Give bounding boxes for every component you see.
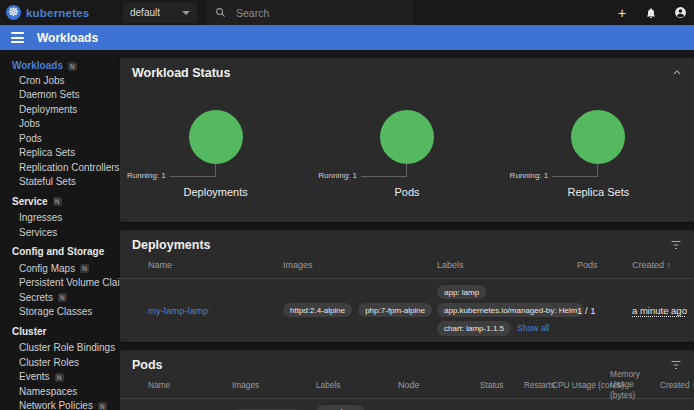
column-header-cpu-usage[interactable]: CPU Usage (cores) <box>552 380 610 390</box>
filter-button[interactable] <box>670 360 682 370</box>
deployment-name-link[interactable]: my-lamp-lamp <box>148 305 208 316</box>
namespaced-badge: N <box>68 62 77 71</box>
pods-ratio: 1 / 1 <box>577 305 632 316</box>
show-all-labels-link[interactable]: Show all <box>517 323 549 333</box>
image-chip: httpd:2.4-alpine <box>283 303 352 317</box>
column-header-images[interactable]: Images <box>283 260 437 270</box>
sidebar-item-storage-classes[interactable]: Storage Classes <box>0 305 108 320</box>
pod-row: my-lamp-lamp-5fd985cf68-jwvz4 httpd:2.4-… <box>120 399 694 410</box>
replica-sets-pie-chart: Running: 1 Replica Sets <box>503 110 694 198</box>
sidebar-item-pods[interactable]: Pods <box>0 132 108 147</box>
sidebar-section-cluster[interactable]: Cluster <box>0 325 108 340</box>
label-chip: app.kubernetes.io/managed-by: Helm <box>437 303 584 317</box>
sidebar-item-namespaces[interactable]: Namespaces <box>0 385 108 400</box>
plus-icon: + <box>618 6 626 20</box>
chart-title: Deployments <box>184 186 248 198</box>
sidebar-item-service[interactable]: ServiceN <box>0 195 108 210</box>
pie-running-segment <box>189 110 243 164</box>
kubernetes-logo[interactable]: ☸ kubernetes <box>6 5 89 20</box>
pods-pie-chart: Running: 1 Pods <box>311 110 502 198</box>
sidebar-nav: WorkloadsN Cron Jobs Daemon Sets Deploym… <box>0 50 108 410</box>
column-header-name[interactable]: Name <box>148 380 232 390</box>
workload-status-charts: Running: 1 Deployments Running: 1 Pods R… <box>120 110 694 198</box>
column-header-pods[interactable]: Pods <box>577 260 632 270</box>
filter-icon <box>670 360 682 370</box>
sidebar-item-secrets[interactable]: SecretsN <box>0 291 108 306</box>
sidebar-item-cluster-roles[interactable]: Cluster Roles <box>0 356 108 371</box>
column-header-name[interactable]: Name <box>148 260 283 270</box>
sidebar-item-replication-controllers[interactable]: Replication Controllers <box>0 161 108 176</box>
filter-icon <box>670 240 682 250</box>
main-content: Workload Status Running: 1 Deployments R… <box>108 50 694 410</box>
filter-button[interactable] <box>670 240 682 250</box>
column-header-labels[interactable]: Labels <box>437 260 577 270</box>
sidebar-item-network-policies[interactable]: Network PoliciesN <box>0 399 108 410</box>
helm-wheel-icon: ☸ <box>6 5 21 20</box>
column-header-restarts[interactable]: Restarts <box>524 380 552 390</box>
deployments-card-title: Deployments <box>132 238 211 252</box>
search-icon <box>215 7 226 18</box>
deployment-row: my-lamp-lamp httpd:2.4-alpine php:7-fpm-… <box>120 279 694 342</box>
sidebar-item-config-maps[interactable]: Config MapsN <box>0 262 108 277</box>
pie-legend: Running: 1 <box>127 171 166 180</box>
user-menu-button[interactable] <box>672 5 688 21</box>
pods-card: Pods Name Images Labels Node Status Rest… <box>120 350 694 410</box>
label-chip: app: lamp <box>316 405 365 410</box>
column-header-images[interactable]: Images <box>232 380 316 390</box>
pie-label-connector: Running: 1 <box>361 164 407 177</box>
namespaced-badge: N <box>98 402 107 410</box>
sidebar-item-daemon-sets[interactable]: Daemon Sets <box>0 88 108 103</box>
namespaced-badge: N <box>58 293 67 302</box>
pie-running-segment <box>380 110 434 164</box>
workload-status-card: Workload Status Running: 1 Deployments R… <box>120 58 694 222</box>
column-header-created[interactable]: Created ↑ <box>660 380 684 390</box>
column-header-status[interactable]: Status <box>480 380 524 390</box>
sidebar-item-persistent-volume-claims[interactable]: Persistent Volume ClaimsN <box>0 276 108 291</box>
page-title: Workloads <box>37 31 98 45</box>
top-bar: ☸ kubernetes default + <box>0 0 694 25</box>
chart-title: Pods <box>394 186 419 198</box>
sidebar-item-workloads[interactable]: WorkloadsN <box>0 59 108 74</box>
create-resource-button[interactable]: + <box>614 5 630 21</box>
pie-running-segment <box>571 110 625 164</box>
search-input[interactable] <box>236 7 386 19</box>
sidebar-item-services[interactable]: Services <box>0 226 108 241</box>
chart-title: Replica Sets <box>567 186 629 198</box>
column-header-created[interactable]: Created ↑ <box>632 260 684 270</box>
namespaced-badge: N <box>55 373 64 382</box>
notifications-button[interactable] <box>643 5 659 21</box>
sidebar-item-stateful-sets[interactable]: Stateful Sets <box>0 175 108 190</box>
collapse-card-button[interactable] <box>672 68 682 78</box>
column-header-memory-usage[interactable]: Memory Usage (bytes) <box>610 369 660 400</box>
deployments-pie-chart: Running: 1 Deployments <box>120 110 311 198</box>
namespaced-badge: N <box>53 197 62 206</box>
pie-legend: Running: 1 <box>510 171 549 180</box>
sidebar-item-ingresses[interactable]: Ingresses <box>0 211 108 226</box>
sidebar-item-replica-sets[interactable]: Replica Sets <box>0 146 108 161</box>
workload-status-title: Workload Status <box>132 66 230 80</box>
pie-label-connector: Running: 1 <box>170 164 216 177</box>
namespace-selector[interactable]: default <box>123 2 197 23</box>
sidebar-item-jobs[interactable]: Jobs <box>0 117 108 132</box>
chevron-up-icon <box>672 68 682 78</box>
pods-table-header: Name Images Labels Node Status Restarts … <box>120 372 694 399</box>
created-timestamp[interactable]: a minute ago <box>632 305 687 316</box>
label-chip: app: lamp <box>437 285 486 299</box>
chevron-down-icon <box>182 11 190 15</box>
topbar-actions: + <box>614 0 688 25</box>
sidebar-item-deployments[interactable]: Deployments <box>0 103 108 118</box>
sidebar-item-events[interactable]: EventsN <box>0 370 108 385</box>
image-chip: php:7-fpm-alpine <box>358 303 432 317</box>
column-header-node[interactable]: Node <box>398 380 480 390</box>
hamburger-menu-icon[interactable] <box>11 32 24 43</box>
sidebar-item-cron-jobs[interactable]: Cron Jobs <box>0 74 108 89</box>
deployments-table-header: Name Images Labels Pods Created ↑ <box>120 252 694 279</box>
pods-card-title: Pods <box>132 358 163 372</box>
column-header-labels[interactable]: Labels <box>316 380 398 390</box>
sidebar-section-config-and-storage[interactable]: Config and Storage <box>0 245 108 260</box>
pie-label-connector: Running: 1 <box>552 164 598 177</box>
sidebar-item-cluster-role-bindings[interactable]: Cluster Role Bindings <box>0 341 108 356</box>
label-chip: chart: lamp-1.1.5 <box>437 321 511 335</box>
sort-ascending-icon: ↑ <box>667 260 672 270</box>
app-bar: Workloads <box>0 25 694 50</box>
